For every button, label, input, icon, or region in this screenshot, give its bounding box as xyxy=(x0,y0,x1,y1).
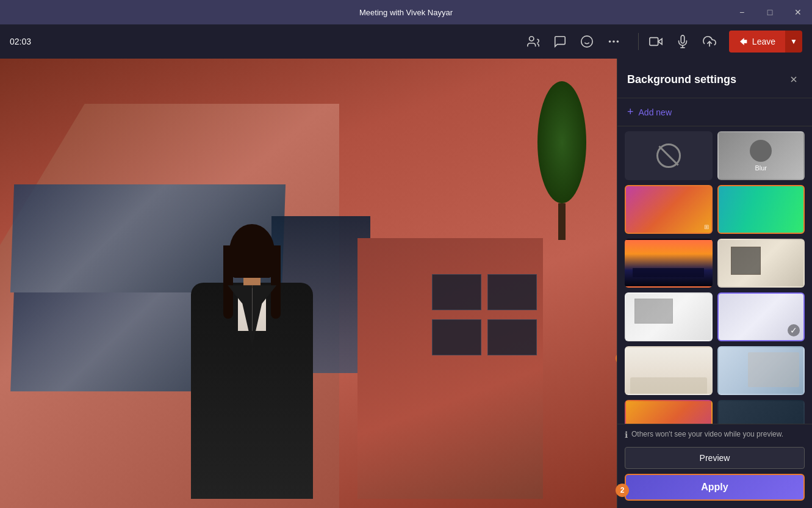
person-hair-top xyxy=(229,224,275,278)
toolbar-separator xyxy=(638,33,639,50)
reactions-button[interactable] xyxy=(575,29,599,54)
info-icon: ℹ xyxy=(625,430,628,440)
office-frame1 xyxy=(731,247,761,275)
close-panel-button[interactable] xyxy=(785,71,802,88)
mic-button[interactable] xyxy=(670,29,695,54)
main-area: 1 Background settings + Add new xyxy=(0,59,812,508)
panel-header: Background settings xyxy=(617,59,812,98)
white1-frame xyxy=(634,299,673,324)
leave-button[interactable]: Leave xyxy=(729,31,785,53)
toolbar: 02:03 xyxy=(0,24,812,59)
title-bar: Meeting with Vivek Nayyar − □ ✕ xyxy=(0,0,812,24)
info-row: ℹ Others won't see your video while you … xyxy=(625,429,805,440)
svg-point-4 xyxy=(609,40,611,43)
media-buttons xyxy=(644,29,722,54)
preview-button[interactable]: Preview xyxy=(625,447,805,469)
bg-none-thumb[interactable] xyxy=(625,131,713,180)
small-window-2 xyxy=(432,319,481,355)
bedroom-bed xyxy=(630,377,707,394)
bg-row-6 xyxy=(625,400,805,424)
minimize-button[interactable]: − xyxy=(728,0,756,24)
more-button[interactable] xyxy=(602,29,626,54)
bg-placeholder-thumb[interactable] xyxy=(717,400,805,424)
leave-button-group: Leave ▼ xyxy=(729,31,802,53)
backgrounds-grid: Blur ⊞ xyxy=(617,126,812,424)
bg-warm-thumb[interactable] xyxy=(625,400,713,424)
bg-white1-thumb[interactable] xyxy=(625,292,713,341)
blur-label: Blur xyxy=(755,164,767,172)
bg-blur-thumb[interactable]: Blur xyxy=(717,131,805,180)
add-new-button[interactable]: + Add new xyxy=(617,98,812,126)
tree-trunk xyxy=(558,203,566,240)
right-panel: Background settings + Add new Blur xyxy=(617,59,812,508)
person xyxy=(185,224,319,499)
svg-point-1 xyxy=(581,36,592,47)
svg-point-0 xyxy=(529,37,533,41)
chat-button[interactable] xyxy=(548,29,572,54)
none-icon xyxy=(656,143,681,168)
annotation-2: 2 xyxy=(616,484,629,497)
bg-gradient1-thumb[interactable]: ⊞ xyxy=(625,185,713,234)
people-button[interactable] xyxy=(521,29,545,54)
person-hair-left xyxy=(223,245,233,319)
apply-button[interactable]: Apply xyxy=(625,474,805,501)
maximize-button[interactable]: □ xyxy=(756,0,784,24)
window-title: Meeting with Vivek Nayyar xyxy=(359,8,453,17)
leave-label: Leave xyxy=(752,37,775,46)
bg-white2-thumb[interactable]: ✓ xyxy=(717,292,805,341)
svg-rect-8 xyxy=(650,38,658,46)
bg-city-thumb[interactable] xyxy=(625,239,713,288)
panel-bottom: ℹ Others won't see your video while you … xyxy=(617,424,812,508)
small-window-3 xyxy=(487,274,537,310)
plus-icon: + xyxy=(627,106,634,118)
tree xyxy=(531,81,592,240)
small-window-1 xyxy=(432,274,481,310)
add-new-label: Add new xyxy=(639,107,672,117)
bg-office1-thumb[interactable] xyxy=(717,239,805,288)
bg-row-4: ✓ xyxy=(625,292,805,341)
tree-canopy xyxy=(537,81,586,203)
bg-modern-office-thumb[interactable] xyxy=(717,346,805,395)
share-button[interactable] xyxy=(697,29,722,54)
bg-row-3 xyxy=(625,239,805,288)
bg-row-2: ⊞ xyxy=(625,185,805,234)
modern-office-desk xyxy=(748,352,799,387)
bg-bedroom-thumb[interactable] xyxy=(625,346,713,395)
svg-point-6 xyxy=(616,40,619,43)
call-timer: 02:03 xyxy=(10,37,31,46)
video-area: 1 xyxy=(0,59,617,508)
bg-gradient2-overlay xyxy=(719,186,804,233)
svg-marker-7 xyxy=(658,38,662,44)
city-silhouette xyxy=(633,268,704,277)
bg-row-1: Blur xyxy=(625,131,805,180)
info-text: Others won't see your video while you pr… xyxy=(631,429,783,440)
toolbar-icons xyxy=(521,29,626,54)
window-controls: − □ ✕ xyxy=(728,0,812,24)
bg-gradient1-watermark: ⊞ xyxy=(704,223,709,230)
leave-chevron-button[interactable]: ▼ xyxy=(785,31,802,53)
close-button[interactable]: ✕ xyxy=(784,0,812,24)
check-mark-icon: ✓ xyxy=(788,324,800,336)
bg-row-5 xyxy=(625,346,805,395)
blur-avatar-icon xyxy=(750,140,772,162)
video-button[interactable] xyxy=(644,29,668,54)
person-hair-right xyxy=(271,245,281,319)
small-window-4 xyxy=(487,319,537,355)
bg-gradient2-thumb[interactable] xyxy=(717,185,805,234)
svg-point-5 xyxy=(613,40,615,43)
panel-title: Background settings xyxy=(627,73,736,86)
